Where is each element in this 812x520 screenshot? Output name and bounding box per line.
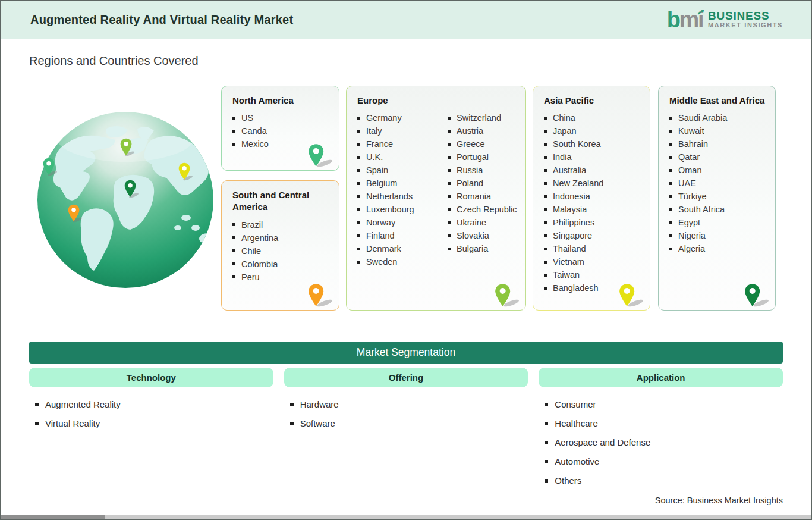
list-item: Switzerland [446, 111, 517, 124]
region-title: Asia Pacific [544, 95, 641, 106]
location-pin-icon [616, 283, 647, 308]
list-item: Colombia [231, 258, 331, 271]
list-item: Canda [231, 124, 331, 137]
list-item: Türkiye [668, 190, 767, 203]
list-item: Finland [356, 229, 446, 242]
regions-section: North America USCandaMexico South and Ce… [1, 82, 811, 331]
list-item: Czech Republic [446, 203, 517, 216]
segment-header-technology: Technology [29, 368, 273, 387]
list-item: Brazil [231, 218, 331, 231]
logo-letter-b: b [667, 7, 679, 32]
list-item: New Zealand [543, 177, 641, 190]
infographic-frame: Augmented Reality And Virtual Reality Ma… [0, 0, 812, 520]
region-title: Middle East and Africa [669, 95, 767, 106]
horizontal-scrollbar[interactable] [1, 515, 811, 519]
list-item: India [543, 151, 641, 164]
country-list: SwitzerlandAustriaGreecePortugalRussiaPo… [446, 111, 517, 268]
list-item: Russia [446, 164, 517, 177]
region-card-asia-pacific: Asia Pacific ChinaJapanSouth KoreaIndiaA… [533, 86, 650, 311]
logo-market-insights-label: MARKET INSIGHTS [708, 22, 783, 29]
list-item: Greece [446, 137, 517, 151]
list-item: Virtual Reality [35, 418, 273, 429]
region-card-middle-east-africa: Middle East and Africa Saudi ArabiaKuwai… [658, 86, 776, 311]
list-item: US [231, 111, 331, 124]
list-item: Automotive [545, 456, 783, 467]
bmi-logo: bmi ➚ BUSINESS MARKET INSIGHTS [667, 8, 783, 31]
region-card-south-central-america: South and Central America BrazilArgentin… [221, 180, 339, 311]
list-item: Kuwait [668, 124, 767, 137]
list-item: Japan [543, 124, 641, 137]
page-title: Augmented Reality And Virtual Reality Ma… [30, 13, 293, 27]
country-list: Saudi ArabiaKuwaitBahrainQatarOmanUAETür… [668, 111, 767, 255]
segment-column-technology: Technology Augmented RealityVirtual Real… [29, 368, 273, 494]
logo-arrow-icon: ➚ [697, 7, 706, 17]
list-item: Chile [231, 245, 331, 258]
list-item: Software [290, 418, 528, 429]
list-item: Austria [446, 124, 517, 137]
list-item: Belgium [356, 177, 446, 190]
list-item: Indonesia [543, 190, 641, 203]
segment-item-list: Augmented RealityVirtual Reality [35, 399, 273, 429]
list-item: Hardware [290, 399, 528, 410]
logo-business-label: BUSINESS [708, 10, 783, 22]
list-item: Malaysia [543, 203, 641, 216]
location-pin-icon [306, 283, 336, 308]
list-item: Bahrain [668, 137, 767, 151]
market-segmentation-banner: Market Segmentation [29, 342, 783, 364]
region-card-europe: Europe GermanyItalyFranceU.K.SpainBelgiu… [346, 86, 526, 311]
list-item: Vietnam [543, 255, 641, 268]
list-item: Portugal [446, 151, 517, 164]
list-item: UAE [668, 177, 767, 190]
segment-column-application: Application ConsumerHealthcareAerospace … [539, 368, 783, 494]
list-item: Spain [356, 164, 446, 177]
list-item: France [356, 137, 446, 151]
list-item: Luxembourg [356, 203, 446, 216]
list-item: Egypt [668, 216, 767, 229]
list-item: Oman [668, 164, 767, 177]
list-item: Ukraine [446, 216, 517, 229]
segmentation-grid: Technology Augmented RealityVirtual Real… [29, 368, 783, 494]
list-item: Italy [356, 124, 446, 137]
bmi-logo-mark-icon: bmi ➚ [667, 8, 703, 31]
scrollbar-thumb[interactable] [1, 515, 105, 519]
europe-country-columns: GermanyItalyFranceU.K.SpainBelgiumNether… [356, 111, 517, 268]
list-item: Aerospace and Defense [545, 437, 783, 448]
list-item: Consumer [545, 399, 783, 410]
list-item: Poland [446, 177, 517, 190]
list-item: Augmented Reality [35, 399, 273, 410]
region-title: North America [232, 95, 331, 106]
list-item: Philippines [543, 216, 641, 229]
list-item: Singapore [543, 229, 641, 242]
region-card-north-america: North America USCandaMexico [221, 86, 339, 171]
region-title: Europe [357, 95, 517, 106]
list-item: U.K. [356, 151, 446, 164]
location-pin-icon [742, 283, 773, 308]
list-item: Others [545, 475, 783, 486]
segment-header-application: Application [539, 368, 783, 387]
segment-column-offering: Offering HardwareSoftware [284, 368, 528, 494]
header-bar: Augmented Reality And Virtual Reality Ma… [1, 1, 811, 40]
segment-item-list: HardwareSoftware [290, 399, 528, 429]
list-item: Thailand [543, 242, 641, 255]
logo-letter-m: m [679, 7, 698, 32]
globe-illustration [36, 111, 215, 289]
location-pin-icon [306, 143, 336, 168]
list-item: Denmark [356, 242, 446, 255]
location-pin-icon [492, 283, 523, 308]
list-item: Nigeria [668, 229, 767, 242]
section-title: Regions and Countries Covered [29, 54, 811, 68]
list-item: Slovakia [446, 229, 517, 242]
list-item: Qatar [668, 151, 767, 164]
segment-item-list: ConsumerHealthcareAerospace and DefenseA… [545, 399, 783, 486]
country-list: ChinaJapanSouth KoreaIndiaAustraliaNew Z… [543, 111, 641, 295]
list-item: South Korea [543, 137, 641, 151]
segment-header-offering: Offering [284, 368, 528, 387]
source-attribution: Source: Business Market Insights [655, 496, 783, 505]
region-title: South and Central America [232, 189, 310, 214]
country-list: BrazilArgentinaChileColombiaPeru [231, 218, 331, 284]
list-item: Bulgaria [446, 242, 517, 255]
list-item: South Africa [668, 203, 767, 216]
list-item: Argentina [231, 231, 331, 245]
list-item: Healthcare [545, 418, 783, 429]
list-item: Taiwan [543, 268, 641, 281]
